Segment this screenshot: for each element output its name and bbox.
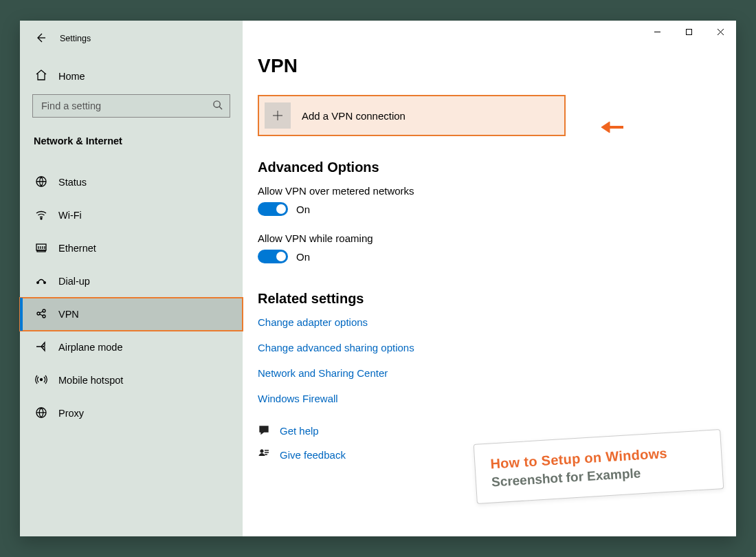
sidebar-item-dialup[interactable]: Dial-up <box>20 265 243 298</box>
add-vpn-button[interactable]: Add a VPN connection <box>258 95 566 136</box>
airplane-icon <box>35 340 47 355</box>
sidebar-item-label: Airplane mode <box>58 342 123 353</box>
sidebar-item-vpn[interactable]: VPN <box>20 298 243 331</box>
svg-text:?: ? <box>263 426 266 431</box>
opt-roaming-label: Allow VPN while roaming <box>258 232 736 244</box>
svg-rect-10 <box>37 250 45 252</box>
svg-point-28 <box>260 450 263 452</box>
opt-metered-label: Allow VPN over metered networks <box>258 185 736 197</box>
toggle-roaming-state: On <box>296 251 310 263</box>
help-icon: ? <box>258 424 270 438</box>
sidebar-item-proxy[interactable]: Proxy <box>20 397 243 430</box>
svg-point-17 <box>37 312 40 315</box>
link-windows-firewall[interactable]: Windows Firewall <box>258 393 736 404</box>
add-vpn-label: Add a VPN connection <box>302 110 405 122</box>
search-box[interactable] <box>32 94 230 118</box>
sidebar: Settings Home Network & Internet Status … <box>20 21 243 536</box>
settings-window: Settings Home Network & Internet Status … <box>20 21 736 536</box>
svg-point-5 <box>214 100 220 107</box>
sidebar-item-status[interactable]: Status <box>20 166 243 199</box>
get-help-label: Get help <box>280 425 319 437</box>
sidebar-item-label: Proxy <box>58 408 84 419</box>
back-button[interactable] <box>35 32 46 45</box>
app-label: Settings <box>60 34 91 43</box>
sidebar-item-hotspot[interactable]: Mobile hotspot <box>20 364 243 397</box>
sidebar-item-label: Dial-up <box>58 276 90 287</box>
related-settings: Related settings Change adapter options … <box>258 291 736 404</box>
sidebar-item-label: VPN <box>58 309 79 320</box>
svg-line-20 <box>40 312 43 313</box>
sidebar-nav: Status Wi-Fi Ethernet Dial-up VPN Airpla <box>20 166 243 430</box>
search-input[interactable] <box>40 100 212 112</box>
feedback-icon <box>258 448 270 462</box>
wifi-icon <box>35 208 47 223</box>
give-feedback-label: Give feedback <box>280 449 346 461</box>
svg-point-16 <box>44 281 46 283</box>
svg-point-18 <box>43 309 45 312</box>
svg-line-21 <box>40 314 43 316</box>
sidebar-item-home[interactable]: Home <box>20 59 243 93</box>
svg-marker-30 <box>601 122 610 133</box>
svg-line-6 <box>219 107 222 109</box>
sidebar-item-wifi[interactable]: Wi-Fi <box>20 199 243 232</box>
toggle-metered-state: On <box>296 204 310 215</box>
related-heading: Related settings <box>258 291 736 307</box>
dialup-icon <box>35 274 47 289</box>
home-label: Home <box>58 71 85 82</box>
ethernet-icon <box>35 241 47 256</box>
sidebar-item-label: Wi-Fi <box>58 210 82 221</box>
plus-icon <box>265 102 291 129</box>
vpn-icon <box>35 307 47 322</box>
search-icon <box>212 100 223 113</box>
svg-point-15 <box>37 281 39 283</box>
svg-point-8 <box>41 218 42 219</box>
home-icon <box>35 69 47 83</box>
annotation-arrow-icon <box>601 120 625 135</box>
status-icon <box>35 175 47 190</box>
advanced-options-heading: Advanced Options <box>258 160 736 175</box>
sidebar-section-title: Network & Internet <box>20 118 243 156</box>
sidebar-item-label: Mobile hotspot <box>58 375 123 386</box>
proxy-icon <box>35 406 47 421</box>
svg-point-19 <box>43 315 45 318</box>
sidebar-header: Settings <box>20 28 243 50</box>
link-sharing-options[interactable]: Change advanced sharing options <box>258 342 736 353</box>
toggle-roaming[interactable] <box>258 250 288 263</box>
sidebar-item-ethernet[interactable]: Ethernet <box>20 232 243 265</box>
link-sharing-center[interactable]: Network and Sharing Center <box>258 367 736 379</box>
toggle-metered[interactable] <box>258 202 288 216</box>
svg-point-22 <box>41 378 43 380</box>
sidebar-item-label: Status <box>58 177 87 188</box>
page-title: VPN <box>258 55 736 77</box>
link-adapter-options[interactable]: Change adapter options <box>258 316 736 328</box>
hotspot-icon <box>35 373 47 388</box>
sidebar-item-label: Ethernet <box>58 243 96 254</box>
sidebar-item-airplane[interactable]: Airplane mode <box>20 331 243 364</box>
